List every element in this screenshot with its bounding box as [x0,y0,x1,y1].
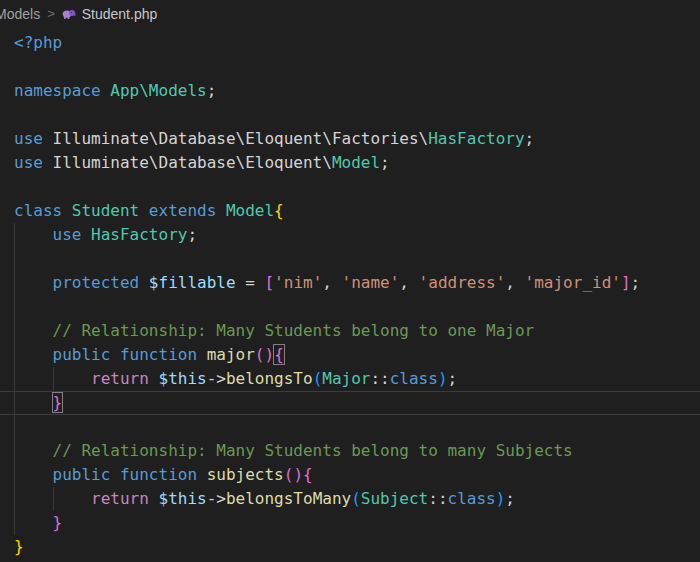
code-line: } [0,511,700,535]
code-token: <?php [14,33,62,52]
code-token: function [120,345,207,364]
code-token: ; [380,153,390,172]
code-token: } [14,537,24,556]
code-line: return $this->belongsTo(Major::class); [0,367,700,391]
code-token: , [505,273,524,292]
code-token: ( [284,465,294,484]
code-token: 'major_id' [525,273,621,292]
code-token: App\Models [110,81,206,100]
code-token: :: [370,369,389,388]
code-token: belongsToMany [226,489,351,508]
code-token: 'name' [342,273,400,292]
code-token [14,273,53,292]
code-token: $fillable [149,273,236,292]
code-token: use [14,129,53,148]
code-line: <?php [0,31,700,55]
breadcrumb-file[interactable]: Student.php [82,6,158,22]
code-token: = [236,273,265,292]
code-token: return [91,369,158,388]
code-token: ; [525,129,535,148]
indent-guide [14,271,15,295]
code-line: use Illuminate\Database\Eloquent\Factori… [0,127,700,151]
code-token [14,345,53,364]
code-token: extends [149,201,226,220]
indent-guide [53,367,54,391]
indent-guide [14,487,15,511]
code-token: // Relationship: Many Students belong to… [53,321,535,340]
code-token: Subject [361,489,428,508]
code-token: { [274,201,284,220]
code-line: // Relationship: Many Students belong to… [0,319,700,343]
code-token: namespace [14,81,110,100]
code-token: ) [293,465,303,484]
code-line: use Illuminate\Database\Eloquent\Model; [0,151,700,175]
code-token: class [390,369,438,388]
code-line: return $this->belongsToMany(Subject::cla… [0,487,700,511]
code-token: -> [207,369,226,388]
code-token: public [53,345,120,364]
code-token: ; [631,273,641,292]
indent-guide [14,367,15,391]
indent-guide [14,511,15,535]
code-line: // Relationship: Many Students belong to… [0,439,700,463]
indent-guide [14,295,15,319]
code-line [0,103,700,127]
code-token: subjects [207,465,284,484]
indent-guide [14,415,15,439]
code-token: , [399,273,418,292]
code-token: ; [448,369,458,388]
code-token: [ [264,273,274,292]
code-token: class [14,201,72,220]
code-token: ] [621,273,631,292]
code-token: public [53,465,120,484]
code-line: } [0,535,700,559]
code-line [0,247,700,271]
chevron-right-icon: > [47,6,55,21]
code-token: function [120,465,207,484]
code-line [0,175,700,199]
code-token: ; [505,489,515,508]
code-token: HasFactory [428,129,524,148]
code-token: $this [159,489,207,508]
code-token: // Relationship: Many Students belong to… [53,441,573,460]
code-line: public function subjects(){ [0,463,700,487]
code-token: Model [332,153,380,172]
code-token: protected [53,273,149,292]
code-token: Student [72,201,149,220]
code-editor[interactable]: <?phpnamespace App\Models;use Illuminate… [0,27,700,559]
code-token: Model [226,201,274,220]
code-token: } [53,513,63,532]
matched-bracket: } [53,393,63,412]
code-token: ( [351,489,361,508]
code-token: ) [496,489,506,508]
indent-guide [14,319,15,343]
indent-guide [14,343,15,367]
code-token: major [207,345,255,364]
code-editor-window: Models > Student.php <?phpnamespace App\… [0,0,700,562]
indent-guide [14,247,15,271]
code-token: Major [322,369,370,388]
code-line: public function major(){ [0,343,700,367]
code-token: ) [264,345,274,364]
indent-guide [14,463,15,487]
php-elephant-icon [61,6,77,22]
code-token: ; [187,225,197,244]
code-token: ) [438,369,448,388]
breadcrumb: Models > Student.php [0,0,700,27]
code-token: 'address' [419,273,506,292]
code-line: use HasFactory; [0,223,700,247]
indent-guide [14,223,15,247]
code-token: $this [159,369,207,388]
code-line: protected $fillable = ['nim', 'name', 'a… [0,271,700,295]
indent-guide [14,391,15,415]
code-token: Illuminate\Database\Eloquent\Factories\ [53,129,429,148]
code-token [14,393,53,412]
code-token: HasFactory [91,225,187,244]
code-token: class [448,489,496,508]
code-token: { [303,465,313,484]
code-line [0,55,700,79]
breadcrumb-folder[interactable]: Models [0,6,40,22]
code-token [14,513,53,532]
code-token [14,441,53,460]
code-token [14,225,53,244]
